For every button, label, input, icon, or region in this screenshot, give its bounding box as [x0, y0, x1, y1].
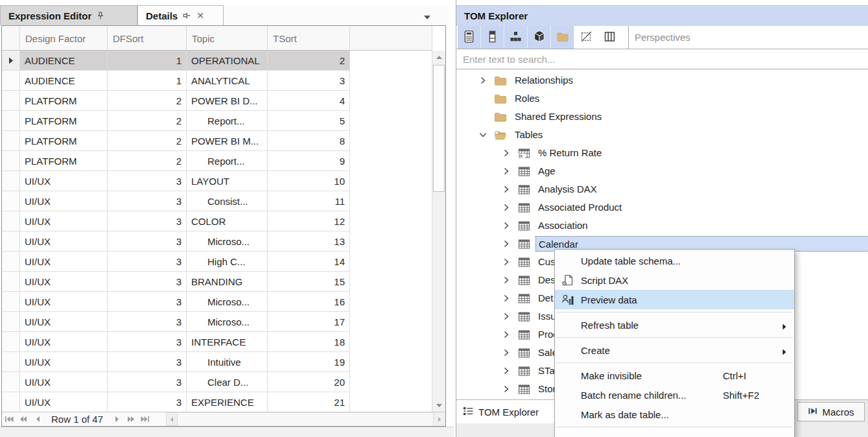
- tree-item-associated-product[interactable]: Associated Product: [456, 198, 868, 217]
- table-row[interactable]: UI/UX3BRANDING15: [2, 272, 350, 292]
- cell-topic: POWER BI M...: [187, 131, 268, 151]
- menu-item-create[interactable]: Create: [555, 340, 794, 360]
- chevron-right-icon[interactable]: [502, 204, 510, 211]
- table-row[interactable]: AUDIENCE1ANALYTICAL3: [2, 71, 350, 91]
- scrollbar-thumb[interactable]: [433, 65, 445, 192]
- toolbar-cube-button[interactable]: [528, 26, 551, 49]
- grid-vertical-scrollbar[interactable]: [432, 51, 445, 412]
- chevron-right-icon[interactable]: [502, 349, 510, 357]
- table-row[interactable]: PLATFORM2Report...9: [2, 151, 350, 171]
- column-header-tsort[interactable]: TSort: [268, 26, 350, 51]
- nav-prev-icon[interactable]: [30, 412, 45, 427]
- table-row[interactable]: UI/UX3COLOR12: [2, 211, 350, 231]
- chevron-right-icon[interactable]: [502, 331, 510, 338]
- chevron-right-icon[interactable]: [502, 258, 510, 266]
- hierarchy-icon: [510, 31, 521, 44]
- scroll-up-icon[interactable]: [432, 51, 445, 64]
- tab-details[interactable]: Details ✕: [137, 5, 224, 25]
- table-row[interactable]: PLATFORM2POWER BI M...8: [2, 131, 350, 151]
- column-header-filler[interactable]: [350, 26, 432, 51]
- perspectives-combobox[interactable]: Perspectives: [628, 26, 868, 49]
- toolbar-folder-button[interactable]: [551, 26, 574, 49]
- tree-item-analysis-dax[interactable]: Analysis DAX: [456, 180, 868, 198]
- nav-first-icon[interactable]: [2, 412, 16, 427]
- table-row[interactable]: UI/UX3EXPERIENCE21: [2, 392, 350, 412]
- toolbar-column-button[interactable]: [481, 26, 504, 49]
- table-row[interactable]: PLATFORM2Report...5: [2, 111, 350, 131]
- tab-list-dropdown-icon[interactable]: [424, 10, 430, 21]
- tree-item-association[interactable]: Association: [456, 217, 868, 235]
- menu-item-refresh-table[interactable]: Refresh table: [555, 315, 794, 335]
- tree-item-roles[interactable]: Roles: [456, 89, 868, 108]
- toolbar-hidden-items-button[interactable]: [574, 26, 598, 49]
- hscroll-left-icon[interactable]: [166, 412, 178, 426]
- menu-item-make-invisible[interactable]: Make invisibleCtrl+I: [555, 366, 794, 385]
- table-row[interactable]: UI/UX3Microso...16: [2, 292, 350, 312]
- cell-topic: Report...: [187, 151, 268, 171]
- table-row[interactable]: AUDIENCE1OPERATIONAL2: [2, 51, 350, 71]
- menu-item-preview-data[interactable]: Preview data: [555, 290, 794, 309]
- nav-next-icon[interactable]: [110, 412, 124, 427]
- table-row[interactable]: UI/UX3High C...14: [2, 252, 350, 272]
- macros-button[interactable]: Macros: [797, 402, 865, 421]
- toolbar-partitions-button[interactable]: [598, 26, 621, 49]
- tree-item-shared-expressions[interactable]: Shared Expressions: [456, 108, 868, 126]
- column-header-topic[interactable]: Topic: [187, 26, 268, 51]
- chevron-right-icon[interactable]: [502, 276, 510, 284]
- table-row[interactable]: UI/UX3Microso...17: [2, 312, 350, 332]
- hscroll-right-icon[interactable]: [433, 412, 445, 426]
- cell-dfsort: 3: [108, 312, 187, 332]
- table-row[interactable]: UI/UX3Consist...11: [2, 191, 350, 211]
- cell-topic: High C...: [187, 252, 268, 272]
- chevron-right-icon[interactable]: [502, 240, 510, 248]
- pin-horizontal-icon[interactable]: [183, 12, 191, 19]
- chevron-right-icon[interactable]: [502, 185, 510, 193]
- tree-item-age[interactable]: Age: [456, 162, 868, 180]
- table-row[interactable]: UI/UX3INTERFACE18: [2, 332, 350, 352]
- nav-next-page-icon[interactable]: [124, 412, 138, 427]
- context-menu: Update table schema...Script DAXPreview …: [554, 249, 795, 437]
- row-indicator-cell: [2, 231, 20, 252]
- chevron-right-icon[interactable]: [502, 294, 510, 302]
- table-row[interactable]: UI/UX3Microso...13: [2, 231, 350, 252]
- preview-data-icon: [555, 294, 581, 305]
- chevron-right-icon[interactable]: [502, 385, 510, 393]
- column-header-dfsort[interactable]: DFSort: [108, 26, 187, 51]
- menu-item-batch-rename-children[interactable]: Batch rename children...Shift+F2: [555, 385, 794, 405]
- close-icon[interactable]: ✕: [196, 11, 204, 20]
- table-row[interactable]: UI/UX3Intuitive19: [2, 352, 350, 372]
- menu-item-mark-as-date-table[interactable]: Mark as date table...: [555, 405, 794, 424]
- table-row[interactable]: UI/UX3LAYOUT10: [2, 171, 350, 191]
- cell-design_factor: UI/UX: [20, 272, 108, 292]
- table-row[interactable]: PLATFORM2POWER BI D...4: [2, 91, 350, 111]
- tab-expression-editor[interactable]: Expression Editor: [0, 5, 137, 25]
- record-position-label: Row 1 of 47: [45, 414, 110, 425]
- table-icon: [517, 220, 530, 231]
- chevron-right-icon[interactable]: [502, 149, 510, 157]
- menu-shortcut: Shift+F2: [723, 390, 794, 401]
- horizontal-scrollbar-track[interactable]: [178, 412, 433, 426]
- chevron-right-icon[interactable]: [502, 167, 510, 175]
- pin-icon[interactable]: [97, 12, 104, 20]
- scroll-down-icon[interactable]: [432, 399, 445, 412]
- tree-item-label: Roles: [512, 91, 542, 106]
- menu-item-update-table-schema[interactable]: Update table schema...: [555, 251, 794, 270]
- nav-last-icon[interactable]: [138, 412, 152, 427]
- chevron-right-icon[interactable]: [478, 77, 487, 84]
- search-input[interactable]: [456, 49, 868, 69]
- menu-item-script-dax[interactable]: Script DAX: [555, 270, 794, 290]
- nav-prev-page-icon[interactable]: [16, 412, 30, 427]
- chevron-right-icon[interactable]: [502, 222, 510, 230]
- column-header-design-factor[interactable]: Design Factor: [20, 26, 108, 51]
- cell-topic: OPERATIONAL: [187, 51, 268, 71]
- toolbar-calculator-button[interactable]: [458, 26, 481, 49]
- toolbar-hierarchy-button[interactable]: [504, 26, 528, 49]
- table-row[interactable]: UI/UX3Clear D...20: [2, 372, 350, 392]
- chevron-down-icon[interactable]: [478, 132, 487, 138]
- cell-dfsort: 3: [108, 211, 187, 231]
- tree-item-return-rate[interactable]: fx% Return Rate: [456, 144, 868, 162]
- tree-item-relationships[interactable]: Relationships: [456, 71, 868, 89]
- chevron-right-icon[interactable]: [502, 313, 510, 320]
- chevron-right-icon[interactable]: [502, 367, 510, 375]
- tree-item-tables[interactable]: Tables: [456, 126, 868, 144]
